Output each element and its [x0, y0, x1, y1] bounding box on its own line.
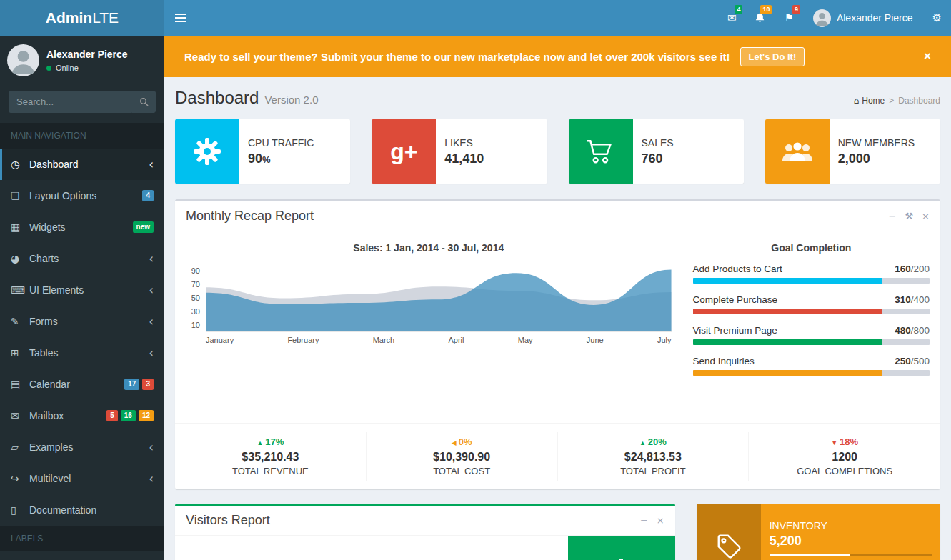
collapse-icon[interactable]: −: [640, 515, 648, 526]
sidebar-item-tables[interactable]: ⊞ Tables ‹: [0, 337, 164, 369]
sidebar-item-mailbox[interactable]: ✉ Mailbox 5 16 12: [0, 400, 164, 431]
pie-chart-icon: ◕: [11, 253, 29, 264]
inventory-progress-track: [770, 554, 932, 556]
stat-goal-completions: ▼18% 1200 GOAL COMPLETIONS: [749, 432, 940, 481]
sidebar-item-forms[interactable]: ✎ Forms ‹: [0, 306, 164, 337]
caret-up-icon: ▲: [257, 439, 263, 446]
goal-complete-purchase: Complete Purchase 310/400: [693, 294, 930, 314]
marketplace-banner: Ready to sell your theme? Submit your th…: [164, 36, 951, 77]
sidebar-item-label: Examples: [29, 441, 149, 453]
page-title: DashboardVersion 2.0: [175, 88, 318, 108]
x-tick-label: April: [448, 336, 464, 344]
online-dot-icon: [46, 66, 51, 71]
google-plus-icon: g+: [372, 119, 436, 184]
count-badge: 4: [142, 190, 154, 201]
banner-close-icon[interactable]: ×: [924, 49, 931, 64]
count-badge: 16: [121, 410, 136, 421]
x-tick-label: July: [657, 336, 672, 344]
goal-visit-premium: Visit Premium Page 480/800: [693, 325, 930, 345]
breadcrumb-separator: >: [889, 96, 894, 106]
sidebar-item-widgets[interactable]: ▦ Widgets new: [0, 211, 164, 243]
collapse-icon[interactable]: −: [889, 211, 897, 221]
visitors-box-body: + −: [175, 536, 675, 560]
progress-bar: [693, 309, 882, 314]
control-sidebar-toggle[interactable]: ⚙: [923, 0, 951, 36]
breadcrumb: ⌂Home > Dashboard: [854, 96, 940, 106]
messages-menu[interactable]: ✉ 4: [718, 0, 746, 36]
stat-total-profit: ▲20% $24,813.53 TOTAL PROFIT: [558, 432, 750, 481]
info-box-cpu-traffic: CPU TRAFFIC 90%: [175, 119, 350, 184]
count-badge: 5: [106, 410, 118, 421]
sidebar-item-layout-options[interactable]: ❏ Layout Options 4: [0, 180, 164, 211]
folder-icon: ▱: [11, 441, 29, 453]
lets-do-it-button[interactable]: Let's Do It!: [740, 47, 805, 66]
search-input[interactable]: [9, 91, 131, 113]
content-header: DashboardVersion 2.0 ⌂Home > Dashboard: [175, 88, 940, 108]
tasks-menu[interactable]: ⚑ 9: [775, 0, 802, 36]
sidebar-item-calendar[interactable]: ▤ Calendar 17 3: [0, 369, 164, 400]
goal-add-products: Add Products to Cart 160/200: [693, 264, 930, 284]
brand-light: LTE: [92, 9, 119, 26]
sidebar-item-charts[interactable]: ◕ Charts ‹: [0, 243, 164, 274]
breadcrumb-home-link[interactable]: ⌂Home: [854, 96, 885, 106]
sidebar-user-name: Alexander Pierce: [46, 49, 128, 60]
caret-left-icon: ◀: [452, 439, 457, 446]
sidebar-toggle-button[interactable]: [164, 0, 197, 36]
close-icon[interactable]: ×: [657, 515, 664, 526]
info-box-likes: g+ LIKES 41,410: [372, 119, 547, 184]
caret-up-icon: ▲: [639, 439, 646, 446]
table-icon: ⊞: [11, 347, 29, 359]
x-tick-label: January: [206, 336, 234, 344]
sidebar-item-label: Dashboard: [29, 159, 149, 170]
search-button[interactable]: [131, 91, 156, 113]
sidebar-item-dashboard[interactable]: ◷ Dashboard ‹: [0, 149, 164, 180]
sidebar: Alexander Pierce Online MAIN NAVIGATION …: [0, 36, 164, 560]
sidebar-item-documentation[interactable]: ▯ Documentation: [0, 494, 164, 526]
brand-logo[interactable]: AdminLTE: [0, 0, 164, 36]
inventory-info-box: INVENTORY 5,200 50% Increase in 30 Days: [697, 504, 940, 560]
layers-icon: ❏: [11, 190, 29, 201]
info-box-row: CPU TRAFFIC 90% g+ LIKES 41,410: [175, 119, 940, 184]
sidebar-item-label: Forms: [29, 316, 149, 327]
stat-value: 1200: [756, 451, 933, 464]
info-box-new-members: NEW MEMBERS 2,000: [765, 119, 940, 184]
x-tick-label: March: [373, 336, 395, 344]
goal-number: 250/500: [895, 356, 930, 366]
sidebar-user-avatar: [7, 44, 39, 76]
world-map[interactable]: + −: [175, 536, 568, 560]
close-icon[interactable]: ×: [922, 211, 930, 221]
book-icon: ▯: [11, 504, 29, 516]
user-status[interactable]: Online: [46, 64, 128, 72]
goal-label: Add Products to Cart: [693, 264, 782, 274]
goal-number: 310/400: [895, 294, 930, 305]
progress-track: [693, 370, 930, 376]
visitors-report-box: Visitors Report − × + −: [175, 504, 675, 560]
user-menu[interactable]: Alexander Pierce: [803, 0, 923, 36]
goal-label: Complete Purchase: [693, 294, 778, 305]
sidebar-item-multilevel[interactable]: ↪ Multilevel ‹: [0, 463, 164, 494]
messages-badge: 4: [735, 5, 742, 14]
sidebar-item-label: Mailbox: [29, 410, 104, 421]
sales-chart-title: Sales: 1 Jan, 2014 - 30 Jul, 2014: [186, 242, 672, 254]
chevron-left-icon: ‹: [149, 443, 154, 451]
inventory-progress-bar: [770, 554, 851, 556]
x-tick-label: February: [287, 336, 319, 344]
wrench-icon[interactable]: ⚒: [905, 211, 913, 221]
goal-label: Visit Premium Page: [693, 325, 777, 336]
sidebar-item-ui-elements[interactable]: ⌨ UI Elements ‹: [0, 274, 164, 306]
stat-label: TOTAL PROFIT: [565, 466, 742, 476]
tag-icon: [697, 504, 761, 560]
sidebar-item-examples[interactable]: ▱ Examples ‹: [0, 431, 164, 463]
sidebar-item-label: Documentation: [29, 504, 154, 516]
nav-section-main: MAIN NAVIGATION: [0, 123, 164, 149]
notifications-menu[interactable]: 10: [745, 0, 775, 36]
info-box-value: 90%: [248, 151, 314, 166]
top-header: AdminLTE ✉ 4 10 ⚑ 9 Alexander Pi: [0, 0, 951, 36]
users-icon: [765, 119, 830, 184]
sidebar-item-label: UI Elements: [29, 284, 149, 296]
count-badge: 3: [142, 379, 154, 390]
goal-completion-title: Goal Completion: [693, 242, 930, 254]
stat-label: TOTAL COST: [374, 466, 550, 476]
progress-bar: [693, 339, 882, 345]
y-tick-label: 30: [191, 307, 200, 316]
